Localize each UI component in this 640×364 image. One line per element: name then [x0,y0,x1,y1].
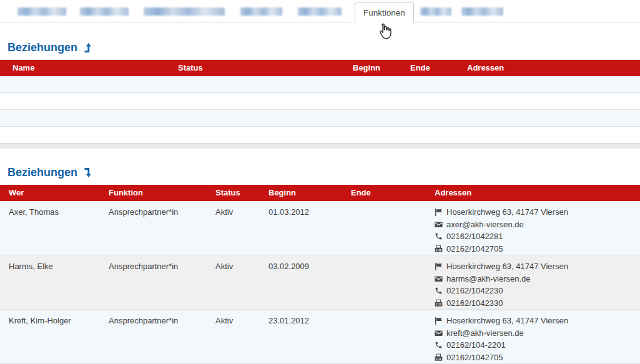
fax-icon [435,245,443,253]
cell-status: Aktiv [215,315,268,363]
cell-status: Aktiv [215,260,268,309]
cell-adressen: Hoserkirchweg 63, 41747 Viersen harms@ak… [435,260,640,309]
tab-redacted-2[interactable] [80,7,129,16]
column-header-wer: Wer [9,185,109,201]
cell-funktion: Ansprechpartner*in [109,206,215,255]
column-header-status: Status [215,185,268,201]
redacted-label [80,7,129,16]
table-row-empty [0,127,640,144]
flag-icon [435,208,443,217]
table-row[interactable]: Axer, Thomas Ansprechpartner*in Aktiv 01… [0,201,640,255]
table-row[interactable]: Kreft, Kim-Holger Ansprechpartner*in Akt… [0,310,640,363]
sort-up-icon[interactable] [83,42,93,53]
tab-funktionen[interactable]: Funktionen [355,2,414,23]
cell-wer: Kreft, Kim-Holger [9,315,109,363]
email-text: harms@akh-viersen.de [446,273,531,285]
email-text: axer@akh-viersen.de [446,219,524,231]
flag-icon [435,317,443,325]
section-top-heading: Beziehungen [0,39,640,56]
table-bottom-header: Wer Funktion Status Beginn Ende Adressen [0,185,640,201]
email-line: kreft@akh-viersen.de [435,327,640,340]
cell-status: Aktiv [215,206,268,255]
phone-text: 02162/1042230 [446,285,503,297]
fax-line: 02162/1042705 [435,352,640,364]
column-header-ende: Ende [351,185,435,201]
sort-down-icon[interactable] [83,167,93,178]
phone-line: 02162/1042230 [435,285,640,297]
tab-redacted-5[interactable] [298,7,342,16]
redacted-label [298,7,342,16]
table-row-empty [0,110,640,127]
phone-icon [435,341,443,349]
column-header-beginn: Beginn [268,185,351,201]
address-line: Hoserkirchweg 63, 41747 Viersen [435,206,640,219]
address-text: Hoserkirchweg 63, 41747 Viersen [446,260,568,273]
redacted-label [240,7,282,16]
column-header-beginn: Beginn [353,60,410,76]
cell-beginn: 23.01.2012 [268,315,351,363]
cell-adressen: Hoserkirchweg 63, 41747 Viersen kreft@ak… [435,315,640,363]
fax-text: 02162/1042705 [446,352,503,364]
fax-text: 02162/1042330 [446,297,503,310]
address-line: Hoserkirchweg 63, 41747 Viersen [435,260,640,273]
cell-ende [351,206,435,255]
address-text: Hoserkirchweg 63, 41747 Viersen [446,315,568,327]
redacted-label [17,7,66,16]
cell-funktion: Ansprechpartner*in [109,315,215,363]
section-bottom-heading: Beziehungen [0,164,640,180]
cell-beginn: 03.02.2009 [268,260,351,309]
table-row[interactable]: Harms, Elke Ansprechpartner*in Aktiv 03.… [0,255,640,310]
redacted-label [420,7,451,16]
column-header-adressen: Adressen [467,60,640,76]
section-top-title: Beziehungen [7,41,77,54]
cell-adressen: Hoserkirchweg 63, 41747 Viersen axer@akh… [435,206,640,255]
table-row-empty [0,93,640,110]
table-top-header: Name Status Beginn Ende Adressen [0,60,640,76]
tab-funktionen-label: Funktionen [363,8,405,17]
email-line: harms@akh-viersen.de [435,273,640,285]
fax-icon [435,353,443,362]
cell-wer: Harms, Elke [9,260,109,309]
cell-ende [351,260,435,309]
redacted-label [461,7,503,16]
fax-line: 02162/1042705 [435,243,640,255]
tab-redacted-6[interactable] [420,7,451,16]
phone-text: 02162/1042281 [446,230,503,243]
cell-funktion: Ansprechpartner*in [109,260,215,309]
mail-icon [435,329,443,337]
fax-text: 02162/1042705 [446,243,503,255]
cell-ende [351,315,435,363]
section-bottom-title: Beziehungen [7,166,77,179]
tab-redacted-4[interactable] [240,7,282,16]
cell-wer: Axer, Thomas [9,206,109,255]
column-header-funktion: Funktion [109,185,215,201]
table-top-footer-bar [0,144,640,149]
phone-line: 02162/1042281 [435,230,640,243]
table-row-empty [0,76,640,93]
phone-icon [435,232,443,240]
email-text: kreft@akh-viersen.de [446,327,524,340]
tab-redacted-7[interactable] [461,7,503,16]
column-header-status: Status [178,60,353,76]
address-text: Hoserkirchweg 63, 41747 Viersen [446,206,568,219]
fax-line: 02162/1042330 [435,297,640,310]
mail-icon [435,275,443,283]
email-line: axer@akh-viersen.de [435,219,640,231]
mail-icon [435,220,443,229]
tab-redacted-3[interactable] [144,7,225,16]
tab-bar: Funktionen [0,0,640,23]
phone-line: 02162/104-2201 [435,339,640,352]
table-top-body [0,76,640,149]
column-header-name: Name [12,60,178,76]
redacted-label [144,7,225,16]
fax-icon [435,299,443,307]
cell-beginn: 01.03.2012 [268,206,351,255]
flag-icon [435,262,443,271]
column-header-ende: Ende [410,60,467,76]
address-line: Hoserkirchweg 63, 41747 Viersen [435,315,640,327]
table-bottom-body: Axer, Thomas Ansprechpartner*in Aktiv 01… [0,201,640,364]
phone-text: 02162/104-2201 [446,339,506,352]
column-header-adressen: Adressen [435,185,640,201]
phone-icon [435,287,443,295]
tab-redacted-1[interactable] [17,7,66,16]
